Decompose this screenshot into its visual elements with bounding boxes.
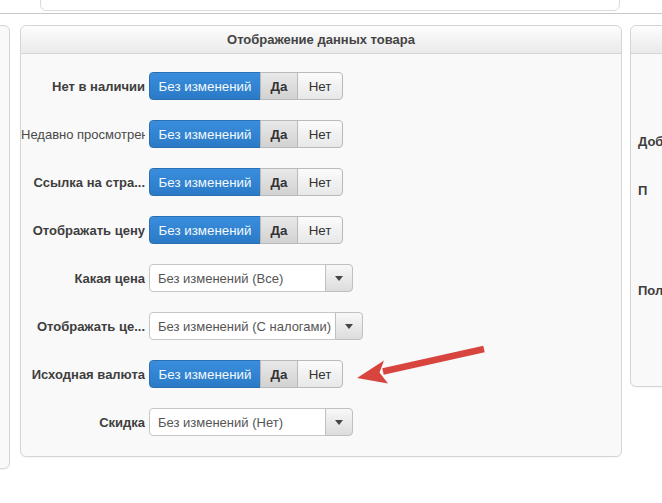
option-no-button[interactable]: Нет	[297, 72, 343, 100]
field-label: Недавно просмотрен	[21, 127, 145, 142]
row-otobrazhat-tsenu: Отображать цену Без изменений Да Нет	[21, 216, 621, 244]
row-otobrazhat-tse: Отображать це... Без изменений (С налога…	[21, 312, 621, 340]
right-field-label: П	[638, 183, 647, 198]
select-value: Без изменений (Нет)	[149, 408, 326, 436]
option-yes-button[interactable]: Да	[260, 216, 298, 244]
panel-body: Нет в наличии Без изменений Да Нет Недав…	[21, 54, 621, 436]
option-no-change-button[interactable]: Без изменений	[149, 120, 261, 148]
segmented-control: Без изменений Да Нет	[149, 168, 343, 196]
select-value: Без изменений (Все)	[149, 264, 326, 292]
row-ssylka-na-stranitsu: Ссылка на стра... Без изменений Да Нет	[21, 168, 621, 196]
right-panel-header	[631, 26, 662, 54]
discount-select[interactable]: Без изменений (Нет)	[149, 408, 353, 436]
field-label: Отображать це...	[21, 319, 145, 334]
price-type-select[interactable]: Без изменений (Все)	[149, 264, 353, 292]
segmented-control: Без изменений Да Нет	[149, 72, 343, 100]
field-label: Ссылка на стра...	[21, 175, 145, 190]
field-label: Нет в наличии	[21, 79, 145, 94]
horizontal-divider	[0, 13, 662, 14]
field-label: Исходная валюта	[21, 367, 145, 382]
option-yes-button[interactable]: Да	[260, 360, 298, 388]
option-no-change-button[interactable]: Без изменений	[149, 360, 261, 388]
page: Отображение данных товара Нет в наличии …	[0, 0, 662, 503]
option-no-button[interactable]: Нет	[297, 216, 343, 244]
row-iskhodnaya-valyuta: Исходная валюта Без изменений Да Нет	[21, 360, 621, 388]
option-no-button[interactable]: Нет	[297, 120, 343, 148]
option-yes-button[interactable]: Да	[260, 168, 298, 196]
right-field-label: Пол	[638, 283, 662, 298]
segmented-control: Без изменений Да Нет	[149, 360, 343, 388]
option-no-button[interactable]: Нет	[297, 360, 343, 388]
option-no-button[interactable]: Нет	[297, 168, 343, 196]
right-field-label: Доб	[638, 134, 662, 149]
left-panel-partial	[0, 25, 10, 469]
field-label: Какая цена	[21, 271, 145, 286]
field-label: Скидка	[21, 415, 145, 430]
option-no-change-button[interactable]: Без изменений	[149, 168, 261, 196]
tax-display-select[interactable]: Без изменений (С налогами)	[149, 312, 363, 340]
product-display-panel: Отображение данных товара Нет в наличии …	[20, 25, 622, 457]
option-yes-button[interactable]: Да	[260, 72, 298, 100]
right-panel-partial: Доб П Пол	[630, 25, 662, 387]
option-no-change-button[interactable]: Без изменений	[149, 72, 261, 100]
select-value: Без изменений (С налогами)	[149, 312, 336, 340]
row-skidka: Скидка Без изменений (Нет)	[21, 408, 621, 436]
option-no-change-button[interactable]: Без изменений	[149, 216, 261, 244]
row-kakaya-tsena: Какая цена Без изменений (Все)	[21, 264, 621, 292]
field-label: Отображать цену	[21, 223, 145, 238]
caret-down-icon	[335, 312, 363, 340]
segmented-control: Без изменений Да Нет	[149, 216, 343, 244]
panel-above-partial	[40, 0, 620, 11]
row-net-v-nalichii: Нет в наличии Без изменений Да Нет	[21, 72, 621, 100]
segmented-control: Без изменений Да Нет	[149, 120, 343, 148]
caret-down-icon	[325, 408, 353, 436]
caret-down-icon	[325, 264, 353, 292]
panel-title: Отображение данных товара	[21, 26, 621, 54]
option-yes-button[interactable]: Да	[260, 120, 298, 148]
row-nedavno-prosmotren: Недавно просмотрен Без изменений Да Нет	[21, 120, 621, 148]
